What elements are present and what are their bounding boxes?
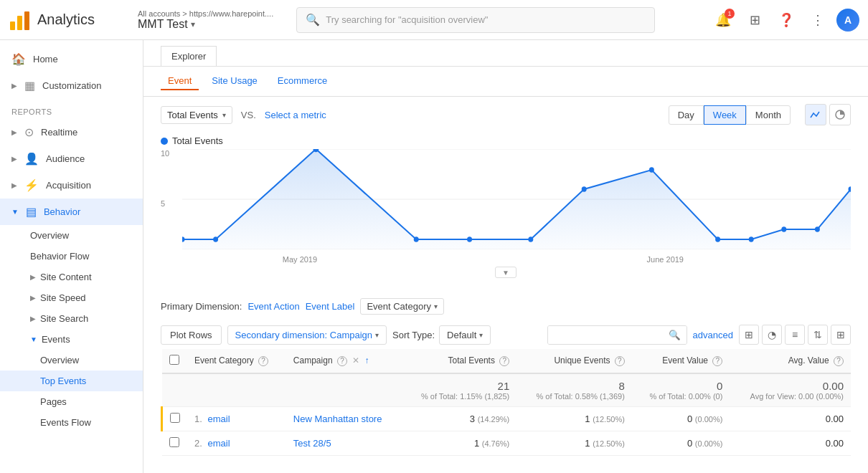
- reports-section-label: REPORTS: [0, 99, 143, 119]
- summary-cb-cell: [162, 373, 188, 407]
- th-campaign: Campaign ? ✕ ↑: [286, 349, 402, 373]
- sidebar-sub-events[interactable]: ▼ Events: [0, 329, 143, 350]
- tab-sep-2: [265, 72, 270, 90]
- row1-checkbox-cell: [162, 407, 188, 431]
- chart-container: 10 5: [143, 149, 868, 292]
- sidebar-item-events-flow[interactable]: Events Flow: [0, 412, 143, 433]
- acquisition-icon: ⚡: [24, 178, 39, 192]
- sort-type-row: Sort Type: Default ▾: [392, 325, 491, 345]
- time-btn-month[interactable]: Month: [746, 105, 791, 125]
- user-avatar[interactable]: A: [836, 9, 859, 32]
- primary-metric-dropdown[interactable]: Total Events ▾: [161, 106, 232, 124]
- compare-view-btn[interactable]: ⇅: [808, 325, 828, 345]
- row1-campaign: New Manhattan store: [286, 407, 402, 431]
- time-btn-week[interactable]: Week: [704, 105, 746, 125]
- sidebar-item-behavior[interactable]: ▼ ▤ Behavior: [0, 199, 143, 225]
- nav-icons: 🔔 1 ⊞ ❓ ⋮ A: [710, 7, 859, 33]
- row2-unique-events: 1 (12.50%): [516, 431, 632, 456]
- realtime-icon: ⊙: [24, 125, 34, 139]
- x-label-may: May 2019: [283, 255, 317, 264]
- dim-event-category-label: Event Category: [367, 301, 431, 312]
- pivot-view-btn[interactable]: ⊞: [831, 325, 851, 345]
- row1-event-value: 0 (0.00%): [632, 407, 730, 431]
- secondary-dimension-dropdown[interactable]: Secondary dimension: Campaign ▾: [227, 325, 387, 345]
- advanced-link[interactable]: advanced: [693, 330, 733, 340]
- pie-chart-btn[interactable]: [829, 104, 851, 125]
- chart-scroll-btn[interactable]: ▼: [495, 267, 516, 278]
- th-campaign-sort[interactable]: ↑: [365, 355, 369, 366]
- th-campaign-help[interactable]: ?: [337, 356, 347, 366]
- sidebar-sub-site-speed[interactable]: ▶ Site Speed: [0, 287, 143, 308]
- pie-view-btn[interactable]: ◔: [762, 325, 782, 345]
- performance-view-btn[interactable]: ≡: [785, 325, 805, 345]
- x-axis-labels: May 2019 June 2019: [182, 255, 851, 264]
- sidebar-sub-site-search[interactable]: ▶ Site Search: [0, 308, 143, 329]
- row1-campaign-link[interactable]: New Manhattan store: [293, 414, 382, 424]
- row2-checkbox[interactable]: [169, 437, 179, 447]
- th-event-category-help[interactable]: ?: [258, 356, 268, 366]
- th-campaign-remove[interactable]: ✕: [352, 355, 359, 366]
- row2-event-category-link[interactable]: email: [207, 438, 230, 449]
- chart-svg: [182, 149, 851, 249]
- sidebar-item-events-overview[interactable]: Overview: [0, 350, 143, 371]
- sidebar-sub-overview[interactable]: Overview: [0, 225, 143, 246]
- help-button[interactable]: ❓: [773, 7, 799, 33]
- sidebar-item-home[interactable]: 🏠 Home: [0, 46, 143, 72]
- line-chart-btn[interactable]: [805, 104, 826, 125]
- row1-avg-value: 0.00: [730, 407, 851, 431]
- apps-grid-icon: ⊞: [750, 12, 760, 28]
- row2-avg-value: 0.00: [730, 431, 851, 456]
- th-total-events-help[interactable]: ?: [499, 356, 509, 366]
- chevron-down-chart-icon: ▼: [502, 269, 509, 277]
- sidebar-sub-behavior-flow[interactable]: Behavior Flow: [0, 246, 143, 267]
- global-search-bar[interactable]: 🔍 Try searching for "acquisition overvie…: [296, 7, 655, 33]
- vs-label: VS.: [241, 110, 256, 120]
- dim-event-action[interactable]: Event Action: [247, 301, 299, 312]
- primary-dim-label: Primary Dimension:: [161, 301, 242, 312]
- line-chart-icon: [810, 109, 821, 120]
- tab-site-usage[interactable]: Site Usage: [204, 72, 265, 90]
- dim-event-category-dropdown[interactable]: Event Category ▾: [360, 298, 444, 315]
- sidebar-item-top-events[interactable]: Top Events: [0, 371, 143, 391]
- th-avg-value: Avg. Value ?: [730, 349, 851, 373]
- row1-checkbox[interactable]: [170, 413, 180, 423]
- th-event-value-help[interactable]: ?: [712, 356, 722, 366]
- sidebar-item-audience[interactable]: ▶ 👤 Audience: [0, 145, 143, 172]
- metric-dropdown-arrow: ▾: [222, 111, 226, 119]
- sec-dim-label: Secondary dimension: Campaign: [235, 330, 373, 340]
- row2-campaign-link[interactable]: Test 28/5: [293, 438, 331, 449]
- row2-total-events: 1 (4.76%): [402, 431, 517, 456]
- grid-view-btn[interactable]: ⊞: [739, 325, 759, 345]
- sidebar-item-acquisition[interactable]: ▶ ⚡ Acquisition: [0, 172, 143, 199]
- select-metric-link[interactable]: Select a metric: [265, 110, 326, 120]
- svg-point-18: [781, 226, 786, 232]
- svg-point-9: [213, 236, 218, 242]
- th-unique-events-help[interactable]: ?: [615, 356, 625, 366]
- tab-event[interactable]: Event: [161, 72, 199, 90]
- sidebar-item-realtime[interactable]: ▶ ⊙ Realtime: [0, 119, 143, 145]
- help-icon: ❓: [778, 12, 794, 28]
- plot-rows-button[interactable]: Plot Rows: [161, 325, 222, 345]
- sidebar-item-pages[interactable]: Pages: [0, 391, 143, 412]
- more-options-button[interactable]: ⋮: [805, 7, 831, 33]
- sidebar-item-customization[interactable]: ▶ ▦ Customization: [0, 72, 143, 99]
- sidebar-label-acquisition: Acquisition: [46, 180, 91, 191]
- notifications-button[interactable]: 🔔 1: [710, 7, 736, 33]
- row1-event-category-link[interactable]: email: [207, 414, 230, 424]
- th-avg-value-help[interactable]: ?: [834, 356, 844, 366]
- table-search-box[interactable]: 🔍: [547, 325, 687, 345]
- tab-ecommerce[interactable]: Ecommerce: [270, 72, 334, 90]
- svg-point-11: [414, 236, 419, 242]
- time-btn-day[interactable]: Day: [669, 105, 704, 125]
- row2-checkbox-cell: [162, 431, 188, 456]
- select-all-checkbox[interactable]: [169, 355, 179, 365]
- apps-button[interactable]: ⊞: [742, 7, 768, 33]
- dim-event-label[interactable]: Event Label: [306, 301, 355, 312]
- account-name[interactable]: MMT Test ▾: [138, 18, 273, 31]
- table-search-button[interactable]: 🔍: [663, 326, 687, 344]
- explorer-tab[interactable]: Explorer: [161, 46, 217, 66]
- sidebar-sub-site-content[interactable]: ▶ Site Content: [0, 267, 143, 287]
- table-search-input[interactable]: [548, 326, 663, 344]
- sort-dropdown[interactable]: Default ▾: [439, 325, 491, 345]
- table-summary-row: 21 % of Total: 1.15% (1,825) 8 % of Tota…: [162, 373, 852, 407]
